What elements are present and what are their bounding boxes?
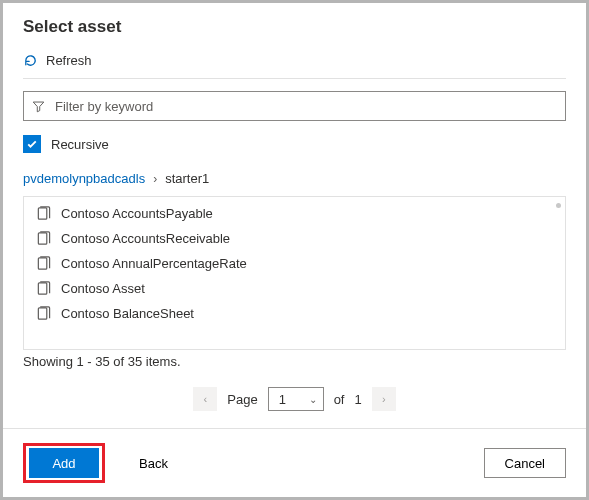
recursive-label: Recursive xyxy=(51,137,109,152)
list-item-label: Contoso AccountsPayable xyxy=(61,206,213,221)
svg-rect-3 xyxy=(38,283,46,294)
asset-file-icon xyxy=(36,281,51,296)
cancel-button[interactable]: Cancel xyxy=(484,448,566,478)
svg-rect-1 xyxy=(38,233,46,244)
highlight-annotation: Add xyxy=(23,443,105,483)
list-item-label: Contoso AccountsReceivable xyxy=(61,231,230,246)
list-item-label: Contoso BalanceSheet xyxy=(61,306,194,321)
filter-input[interactable] xyxy=(53,98,557,115)
pager-of-label: of xyxy=(334,392,345,407)
list-item[interactable]: Contoso AccountsReceivable xyxy=(24,226,565,251)
pager-page-select[interactable]: 1 ⌄ xyxy=(268,387,324,411)
svg-rect-2 xyxy=(38,258,46,269)
pager-total: 1 xyxy=(354,392,361,407)
dialog-body: Select asset Refresh Recursive pvdemolyn… xyxy=(3,3,586,428)
breadcrumb-root[interactable]: pvdemolynpbadcadls xyxy=(23,171,145,186)
asset-list[interactable]: Contoso AccountsPayable Contoso Accounts… xyxy=(23,196,566,350)
showing-text: Showing 1 - 35 of 35 items. xyxy=(23,354,566,369)
pager-page-label: Page xyxy=(227,392,257,407)
scrollbar-thumb[interactable] xyxy=(556,203,561,208)
asset-file-icon xyxy=(36,206,51,221)
breadcrumb-current: starter1 xyxy=(165,171,209,186)
list-item[interactable]: Contoso BalanceSheet xyxy=(24,301,565,326)
list-item[interactable]: Contoso AccountsPayable xyxy=(24,201,565,226)
list-item[interactable]: Contoso Asset xyxy=(24,276,565,301)
recursive-checkbox[interactable] xyxy=(23,135,41,153)
breadcrumb: pvdemolynpbadcadls › starter1 xyxy=(23,171,566,186)
back-button[interactable]: Back xyxy=(119,448,188,478)
funnel-icon xyxy=(32,100,45,113)
pager: ‹ Page 1 ⌄ of 1 › xyxy=(23,387,566,411)
filter-input-wrap[interactable] xyxy=(23,91,566,121)
select-asset-dialog: Select asset Refresh Recursive pvdemolyn… xyxy=(0,0,589,500)
svg-rect-4 xyxy=(38,308,46,319)
asset-file-icon xyxy=(36,306,51,321)
asset-file-icon xyxy=(36,231,51,246)
recursive-row: Recursive xyxy=(23,135,566,153)
dialog-footer: Add Back Cancel xyxy=(3,428,586,497)
svg-rect-0 xyxy=(38,208,46,219)
add-button[interactable]: Add xyxy=(29,448,99,478)
chevron-right-icon: › xyxy=(153,172,157,186)
pager-prev-button[interactable]: ‹ xyxy=(193,387,217,411)
list-item-label: Contoso AnnualPercentageRate xyxy=(61,256,247,271)
divider xyxy=(23,78,566,79)
refresh-label: Refresh xyxy=(46,53,92,68)
list-item[interactable]: Contoso AnnualPercentageRate xyxy=(24,251,565,276)
dialog-title: Select asset xyxy=(23,17,566,37)
asset-file-icon xyxy=(36,256,51,271)
refresh-icon xyxy=(23,53,38,68)
chevron-down-icon: ⌄ xyxy=(309,394,317,405)
pager-next-button[interactable]: › xyxy=(372,387,396,411)
pager-current: 1 xyxy=(279,392,286,407)
list-item-label: Contoso Asset xyxy=(61,281,145,296)
refresh-button[interactable]: Refresh xyxy=(23,51,566,78)
